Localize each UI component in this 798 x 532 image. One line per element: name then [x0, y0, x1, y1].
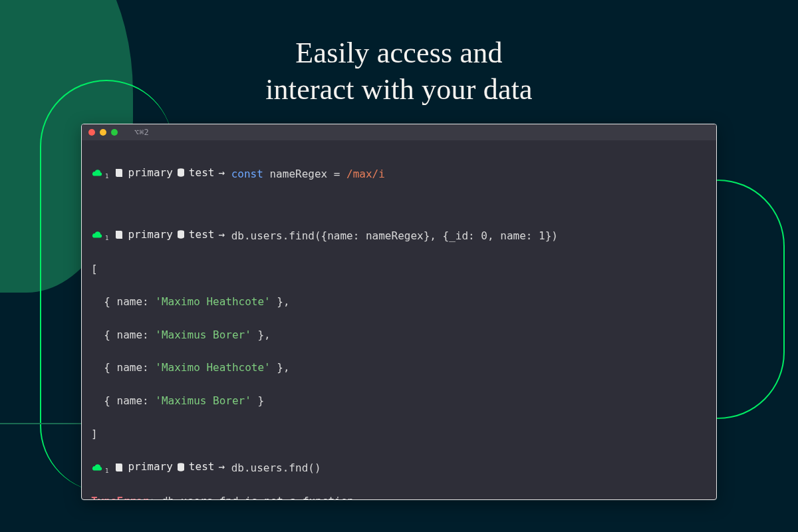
svg-rect-1	[117, 172, 122, 173]
code-text: { name:	[91, 361, 155, 374]
shell-prompt: 1 primary test →	[91, 459, 225, 475]
code-text: { name:	[91, 394, 155, 407]
term-line: { name: 'Maximo Heathcote' },	[91, 360, 707, 376]
code-string: 'Maximus Borer'	[155, 329, 251, 341]
code-text: },	[271, 295, 290, 308]
page-title: Easily access and interact with your dat…	[140, 35, 658, 108]
prompt-replica: primary	[128, 459, 172, 475]
prompt-index: 1	[105, 467, 108, 476]
database-icon	[177, 168, 185, 178]
shell-prompt: 1 primary test →	[91, 227, 225, 243]
arrow-right-icon: →	[218, 165, 225, 182]
database-icon	[177, 463, 185, 472]
error-label: TypeError	[91, 495, 149, 500]
arrow-right-icon: →	[218, 227, 225, 243]
term-line: { name: 'Maximus Borer' },	[91, 327, 707, 344]
prompt-replica: primary	[128, 227, 172, 243]
terminal-window: ⌥⌘2 1 primary test → const nameRegex = /…	[81, 124, 717, 500]
book-icon	[114, 230, 124, 239]
headline-line-2: interact with your data	[265, 73, 533, 106]
svg-rect-6	[117, 465, 122, 466]
terminal-tab-title: ⌥⌘2	[134, 128, 149, 136]
code-text: }	[251, 394, 264, 407]
book-icon	[114, 168, 124, 178]
book-icon	[114, 463, 124, 472]
term-line: 1 primary test → db.users.find({name: na…	[91, 227, 707, 245]
error-message: : db.users.fnd is not a function	[149, 495, 354, 500]
svg-rect-4	[117, 233, 122, 234]
code-text: { name:	[91, 295, 155, 308]
svg-rect-7	[117, 466, 122, 467]
cloud-icon	[91, 230, 103, 239]
code-string: 'Maximo Heathcote'	[155, 295, 270, 308]
term-line: 1 primary test → const nameRegex = /max/…	[91, 165, 707, 183]
arrow-right-icon: →	[218, 459, 225, 475]
code-text: nameRegex =	[263, 168, 346, 180]
cloud-icon	[91, 168, 103, 178]
code-text: db.users.find({name: nameRegex}, {_id: 0…	[231, 229, 558, 242]
code-keyword: const	[231, 168, 263, 180]
term-line: TypeError: db.users.fnd is not a functio…	[91, 493, 707, 500]
prompt-replica: primary	[128, 165, 172, 182]
code-text: { name:	[91, 329, 155, 341]
code-text: db.users.fnd()	[231, 462, 321, 475]
term-line: [	[91, 261, 707, 278]
code-text: },	[271, 361, 290, 374]
terminal-body[interactable]: 1 primary test → const nameRegex = /max/…	[82, 140, 716, 500]
code-regex: /max/i	[346, 168, 385, 180]
prompt-db: test	[189, 227, 215, 243]
headline-line-1: Easily access and	[295, 37, 502, 69]
code-string: 'Maximo Heathcote'	[155, 361, 270, 374]
prompt-db: test	[189, 459, 215, 475]
terminal-titlebar[interactable]: ⌥⌘2	[82, 124, 716, 140]
term-line: { name: 'Maximo Heathcote' },	[91, 294, 707, 311]
database-icon	[177, 230, 185, 239]
close-icon[interactable]	[88, 129, 95, 136]
maximize-icon[interactable]	[111, 129, 118, 136]
prompt-index: 1	[105, 234, 108, 243]
prompt-index: 1	[105, 172, 108, 182]
term-line: ]	[91, 426, 707, 443]
shell-prompt: 1 primary test →	[91, 165, 225, 182]
cloud-icon	[91, 463, 103, 472]
minimize-icon[interactable]	[100, 129, 106, 136]
svg-rect-3	[117, 232, 122, 233]
term-line: 1 primary test → db.users.fnd()	[91, 459, 707, 477]
code-string: 'Maximus Borer'	[155, 394, 251, 407]
svg-rect-0	[117, 170, 122, 171]
term-line: { name: 'Maximus Borer' }	[91, 393, 707, 410]
code-text: },	[251, 329, 271, 341]
prompt-db: test	[189, 165, 215, 182]
